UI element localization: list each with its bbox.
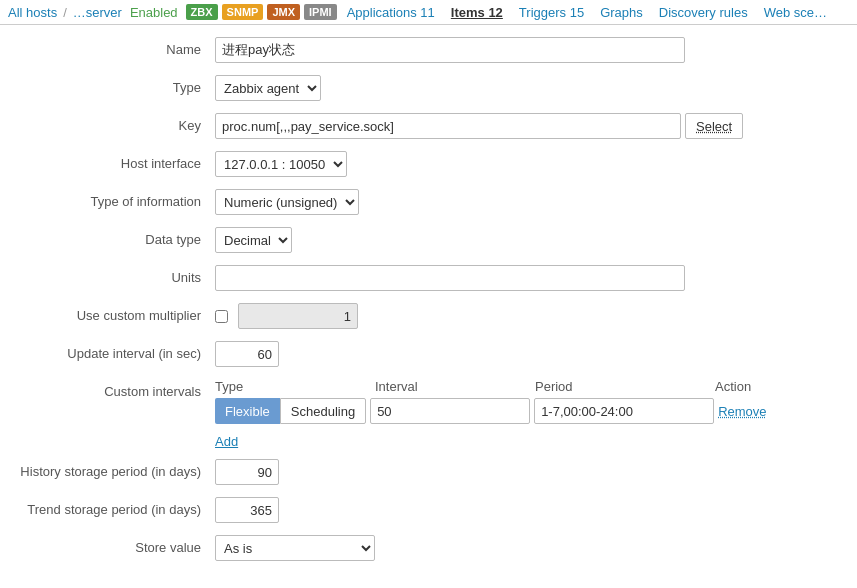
- all-hosts-link[interactable]: All hosts: [8, 5, 57, 20]
- nav-graphs[interactable]: Graphs: [600, 5, 643, 20]
- interval-row-1: Flexible Scheduling Remove: [215, 398, 771, 424]
- label-custom-multiplier: Use custom multiplier: [20, 303, 215, 329]
- col-header-action: Action: [715, 379, 775, 394]
- name-input[interactable]: [215, 37, 685, 63]
- col-header-period: Period: [535, 379, 715, 394]
- row-custom-intervals: Custom intervals Type Interval Period Ac…: [20, 379, 837, 449]
- label-host-interface: Host interface: [20, 151, 215, 177]
- row-trend: Trend storage period (in days): [20, 497, 837, 525]
- row-type: Type Zabbix agent: [20, 75, 837, 103]
- update-interval-input[interactable]: [215, 341, 279, 367]
- label-type: Type: [20, 75, 215, 101]
- control-data-type: Decimal: [215, 227, 837, 253]
- intervals-header: Type Interval Period Action: [215, 379, 775, 394]
- trend-input[interactable]: [215, 497, 279, 523]
- control-store-value: As is: [215, 535, 837, 561]
- control-type-of-info: Numeric (unsigned): [215, 189, 837, 215]
- tag-snmp[interactable]: SNMP: [222, 4, 264, 20]
- control-key: Select: [215, 113, 837, 139]
- key-input[interactable]: [215, 113, 681, 139]
- label-trend: Trend storage period (in days): [20, 497, 215, 523]
- label-type-of-info: Type of information: [20, 189, 215, 215]
- breadcrumb-all-hosts[interactable]: All hosts: [8, 5, 57, 20]
- control-name: [215, 37, 837, 63]
- nav-triggers[interactable]: Triggers 15: [519, 5, 584, 20]
- control-history: [215, 459, 837, 485]
- row-history: History storage period (in days): [20, 459, 837, 487]
- control-type: Zabbix agent: [215, 75, 837, 101]
- breadcrumb-server[interactable]: …server: [73, 5, 122, 20]
- control-host-interface: 127.0.0.1 : 10050: [215, 151, 837, 177]
- multiplier-input: [238, 303, 358, 329]
- nav-websce[interactable]: Web sce…: [764, 5, 827, 20]
- label-data-type: Data type: [20, 227, 215, 253]
- control-update-interval: [215, 341, 837, 367]
- col-header-type: Type: [215, 379, 375, 394]
- label-history: History storage period (in days): [20, 459, 215, 485]
- label-store-value: Store value: [20, 535, 215, 561]
- control-trend: [215, 497, 837, 523]
- row-name: Name: [20, 37, 837, 65]
- add-btn[interactable]: Add: [215, 434, 238, 449]
- nav-discovery[interactable]: Discovery rules: [659, 5, 748, 20]
- nav-items[interactable]: Items 12: [451, 5, 503, 20]
- label-name: Name: [20, 37, 215, 63]
- label-update-interval: Update interval (in sec): [20, 341, 215, 367]
- custom-multiplier-checkbox[interactable]: [215, 310, 228, 323]
- control-custom-intervals: Type Interval Period Action Flexible Sch…: [215, 379, 837, 449]
- col-header-interval: Interval: [375, 379, 535, 394]
- label-key: Key: [20, 113, 215, 139]
- type-of-info-select[interactable]: Numeric (unsigned): [215, 189, 359, 215]
- scheduling-btn[interactable]: Scheduling: [280, 398, 366, 424]
- period-input[interactable]: [534, 398, 714, 424]
- remove-btn[interactable]: Remove: [714, 404, 770, 419]
- host-interface-select[interactable]: 127.0.0.1 : 10050: [215, 151, 347, 177]
- select-button[interactable]: Select: [685, 113, 743, 139]
- units-input[interactable]: [215, 265, 685, 291]
- row-store-value: Store value As is: [20, 535, 837, 563]
- tag-zbx[interactable]: ZBX: [186, 4, 218, 20]
- row-update-interval: Update interval (in sec): [20, 341, 837, 369]
- nav-applications[interactable]: Applications 11: [347, 5, 435, 20]
- flexible-btn[interactable]: Flexible: [215, 398, 280, 424]
- add-row: Add: [215, 434, 238, 449]
- item-form: Name Type Zabbix agent Key Select Host i…: [0, 25, 857, 585]
- server-link[interactable]: …server: [73, 5, 122, 20]
- store-value-select[interactable]: As is: [215, 535, 375, 561]
- row-custom-multiplier: Use custom multiplier: [20, 303, 837, 331]
- data-type-select[interactable]: Decimal: [215, 227, 292, 253]
- row-type-of-info: Type of information Numeric (unsigned): [20, 189, 837, 217]
- tag-jmx[interactable]: JMX: [267, 4, 300, 20]
- control-custom-multiplier: [215, 303, 837, 329]
- tag-ipmi[interactable]: IPMI: [304, 4, 337, 20]
- row-data-type: Data type Decimal: [20, 227, 837, 255]
- row-host-interface: Host interface 127.0.0.1 : 10050: [20, 151, 837, 179]
- history-input[interactable]: [215, 459, 279, 485]
- label-units: Units: [20, 265, 215, 291]
- control-units: [215, 265, 837, 291]
- top-nav: All hosts / …server Enabled ZBX SNMP JMX…: [0, 0, 857, 25]
- type-select[interactable]: Zabbix agent: [215, 75, 321, 101]
- label-custom-intervals: Custom intervals: [20, 379, 215, 405]
- interval-value-input[interactable]: [370, 398, 530, 424]
- breadcrumb-sep1: /: [63, 5, 67, 20]
- enabled-badge: Enabled: [130, 5, 178, 20]
- row-key: Key Select: [20, 113, 837, 141]
- row-units: Units: [20, 265, 837, 293]
